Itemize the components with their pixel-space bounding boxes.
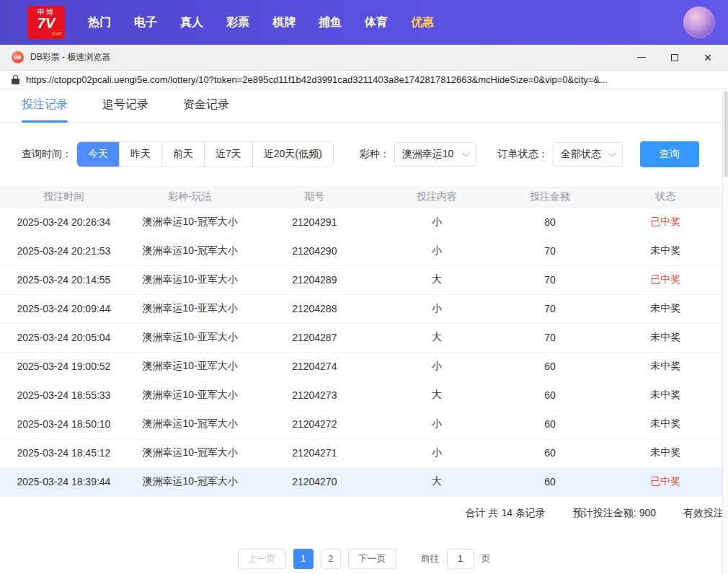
tab-chase-records[interactable]: 追号记录	[102, 97, 148, 122]
cell-issue-number: 21204272	[252, 410, 376, 438]
cell-game-play: 澳洲幸运10-冠军大小	[128, 438, 253, 467]
cell-issue-number: 21204271	[252, 438, 376, 467]
cell-issue-number: 21204289	[252, 265, 376, 294]
minimize-icon	[637, 57, 646, 58]
screen: 申博 7V .com 热门 电子 真人 彩票 棋牌 捕鱼 体育 优惠 DB DB…	[0, 0, 728, 574]
nav-item-sports[interactable]: 体育	[363, 11, 389, 35]
order-status-value: 全部状态	[561, 148, 601, 161]
time-option-day-before[interactable]: 前天	[162, 142, 205, 167]
cell-game-play: 澳洲幸运10-亚军大小	[128, 381, 253, 410]
table-row: 2025-03-24 18:55:33澳洲幸运10-亚军大小21204273大6…	[0, 381, 728, 410]
order-status-select[interactable]: 全部状态	[553, 142, 623, 167]
page-number-1[interactable]: 1	[293, 549, 314, 569]
cell-issue-number: 21204288	[252, 294, 376, 323]
header-bet-amount: 投注金额	[497, 186, 603, 208]
table-row: 2025-03-24 20:26:34澳洲幸运10-冠军大小21204291小8…	[0, 208, 728, 237]
chevron-down-icon	[462, 150, 469, 157]
goto-page-suffix: 页	[481, 552, 491, 565]
cell-status: 已中奖	[603, 208, 728, 237]
cell-bet-time: 2025-03-24 18:45:12	[0, 438, 128, 467]
table-row: 2025-03-24 20:21:53澳洲幸运10-冠军大小21204290小7…	[0, 237, 728, 265]
time-range-group: 今天 昨天 前天 近7天 近20天(低频)	[76, 141, 334, 167]
nav-item-hot[interactable]: 热门	[86, 11, 112, 35]
time-option-7days[interactable]: 近7天	[205, 142, 253, 167]
cell-bet-amount: 60	[497, 381, 603, 410]
scrollbar-thumb[interactable]	[724, 91, 728, 177]
cell-bet-content: 大	[376, 323, 497, 352]
site-logo[interactable]: 申博 7V .com	[27, 6, 65, 39]
nav-item-lottery[interactable]: 彩票	[225, 11, 251, 35]
browser-titlebar: DB DB彩票 - 极速浏览器 ×	[0, 45, 728, 71]
table-row: 2025-03-24 20:05:04澳洲幸运10-亚军大小21204287大7…	[0, 323, 728, 352]
nav-item-live[interactable]: 真人	[179, 11, 205, 35]
cell-bet-amount: 60	[497, 352, 603, 381]
nav-item-board-games[interactable]: 棋牌	[271, 11, 297, 35]
tab-bet-records[interactable]: 投注记录	[22, 97, 68, 122]
pagination: 上一页 1 2 下一页 前往 页	[0, 549, 728, 569]
cell-bet-amount: 60	[497, 467, 603, 496]
table-row: 2025-03-24 18:39:44澳洲幸运10-冠军大小21204270大6…	[0, 467, 728, 496]
cell-issue-number: 21204290	[252, 237, 376, 265]
cell-bet-amount: 70	[497, 323, 603, 352]
cell-bet-time: 2025-03-24 20:26:34	[0, 208, 128, 237]
cell-bet-amount: 80	[497, 208, 603, 237]
table-row: 2025-03-24 18:50:10澳洲幸运10-冠军大小21204272小6…	[0, 410, 728, 438]
time-option-today[interactable]: 今天	[77, 142, 120, 167]
tab-fund-records[interactable]: 资金记录	[183, 97, 229, 122]
cell-bet-time: 2025-03-24 19:00:52	[0, 352, 128, 381]
user-avatar[interactable]	[683, 6, 715, 38]
search-button[interactable]: 查询	[640, 141, 699, 167]
bet-records-table: 投注时间 彩种-玩法 期号 投注内容 投注金额 状态 2025-03-24 20…	[0, 186, 728, 497]
cell-status: 未中奖	[603, 352, 728, 381]
cell-bet-amount: 70	[497, 237, 603, 265]
logo-main-text: 7V	[37, 16, 55, 31]
goto-page-label: 前往	[421, 552, 440, 565]
nav-item-promotions[interactable]: 优惠	[409, 11, 435, 35]
nav-item-fishing[interactable]: 捕鱼	[317, 11, 343, 35]
cell-status: 未中奖	[603, 237, 728, 265]
summary-valid-amount: 有效投注金额	[683, 507, 728, 520]
cell-game-play: 澳洲幸运10-亚军大小	[128, 323, 253, 352]
page-number-2[interactable]: 2	[321, 549, 341, 569]
cell-status: 未中奖	[603, 410, 728, 438]
cell-bet-time: 2025-03-24 20:05:04	[0, 323, 128, 352]
next-page-button[interactable]: 下一页	[348, 549, 396, 569]
nav-item-electronic[interactable]: 电子	[133, 11, 159, 35]
chevron-down-icon	[608, 150, 616, 157]
header-status: 状态	[603, 186, 728, 208]
cell-bet-content: 小	[376, 410, 497, 438]
time-option-20days[interactable]: 近20天(低频)	[253, 142, 333, 167]
cell-bet-time: 2025-03-24 18:50:10	[0, 410, 128, 438]
close-icon: ×	[704, 51, 712, 64]
maximize-button[interactable]	[669, 52, 680, 63]
browser-urlbar[interactable]: https://ctopcp02pcali.uengi5e.com/lotter…	[0, 71, 728, 89]
lock-icon[interactable]	[12, 75, 19, 84]
table-row: 2025-03-24 18:45:12澳洲幸运10-冠军大小21204271小6…	[0, 438, 728, 467]
table-row: 2025-03-24 20:09:44澳洲幸运10-亚军大小21204288小7…	[0, 294, 728, 323]
page-content: 投注记录 追号记录 资金记录 查询时间： 今天 昨天 前天 近7天 近20天(低…	[0, 89, 728, 574]
lottery-type-label: 彩种：	[360, 148, 390, 161]
cell-bet-content: 大	[376, 381, 497, 410]
time-option-yesterday[interactable]: 昨天	[120, 142, 162, 167]
cell-game-play: 澳洲幸运10-冠军大小	[128, 410, 253, 438]
cell-issue-number: 21204273	[252, 381, 376, 410]
cell-bet-amount: 60	[497, 410, 603, 438]
minimize-button[interactable]	[636, 52, 647, 63]
cell-game-play: 澳洲幸运10-冠军大小	[128, 467, 253, 496]
close-button[interactable]: ×	[702, 52, 714, 63]
prev-page-button[interactable]: 上一页	[238, 549, 286, 569]
url-text[interactable]: https://ctopcp02pcali.uengi5e.com/lotter…	[26, 74, 608, 85]
lottery-type-select[interactable]: 澳洲幸运10	[394, 142, 476, 167]
cell-status: 已中奖	[603, 265, 728, 294]
cell-bet-amount: 70	[497, 294, 603, 323]
cell-bet-content: 小	[376, 208, 497, 237]
goto-page-input[interactable]	[447, 549, 474, 569]
vertical-scrollbar[interactable]	[722, 89, 728, 574]
cell-issue-number: 21204270	[252, 467, 376, 496]
header-game-play: 彩种-玩法	[128, 186, 253, 208]
cell-issue-number: 21204274	[252, 352, 376, 381]
window-controls: ×	[636, 52, 716, 63]
cell-bet-amount: 60	[497, 438, 603, 467]
top-navbar: 申博 7V .com 热门 电子 真人 彩票 棋牌 捕鱼 体育 优惠	[0, 0, 728, 45]
cell-bet-time: 2025-03-24 18:55:33	[0, 381, 128, 410]
